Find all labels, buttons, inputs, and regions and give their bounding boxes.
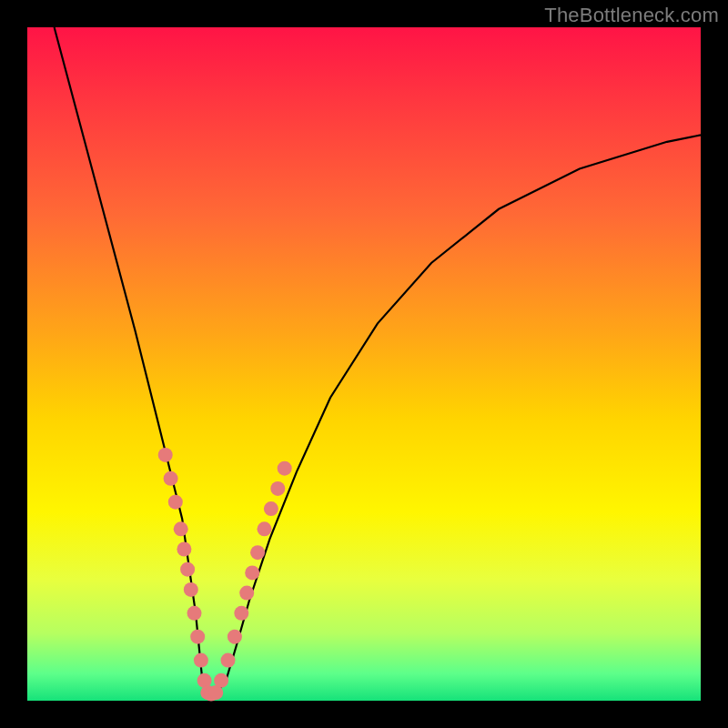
highlight-dots (158, 448, 292, 702)
highlight-dot (239, 586, 254, 601)
highlight-dot (174, 521, 188, 536)
highlight-dot (228, 630, 242, 644)
highlight-dot (180, 562, 195, 577)
highlight-dot (164, 471, 178, 486)
chart-svg (27, 27, 701, 701)
plot-area (27, 27, 701, 701)
highlight-dot (214, 673, 228, 688)
highlight-dot (168, 495, 183, 510)
highlight-dot (234, 606, 248, 621)
highlight-dot (190, 630, 205, 644)
watermark-label: TheBottleneck.com (544, 4, 719, 27)
highlight-dot (194, 653, 208, 668)
highlight-dot (250, 545, 265, 560)
highlight-dot (258, 521, 272, 536)
chart-frame: TheBottleneck.com (0, 0, 728, 728)
highlight-dot (245, 565, 259, 580)
highlight-dot (278, 461, 292, 476)
highlight-dot (158, 448, 173, 462)
highlight-dot (177, 542, 191, 557)
highlight-dot (221, 653, 236, 668)
highlight-dot (187, 606, 202, 621)
highlight-dot (270, 481, 285, 496)
curve-line (55, 27, 701, 694)
highlight-dot (264, 501, 278, 516)
highlight-dot (184, 582, 198, 597)
